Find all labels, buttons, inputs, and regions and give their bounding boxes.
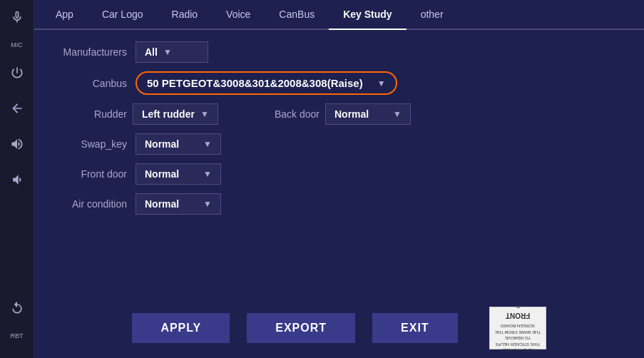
canbus-row: Canbus 50 PETGEOT&3008&301&2008&308(Rais… [48, 71, 630, 95]
main-content: App Car Logo Radio Voice CanBus Key Stud… [34, 0, 644, 358]
canbus-dropdown-arrow: ▼ [377, 78, 386, 88]
rudder-label: Rudder [48, 108, 127, 120]
swap-key-label: Swap_key [48, 138, 127, 150]
exit-button[interactable]: EXIT [372, 313, 458, 343]
volume-down-icon[interactable] [6, 168, 29, 191]
front-door-value: Normal [145, 168, 179, 180]
tab-radio[interactable]: Radio [158, 0, 213, 30]
back-icon[interactable] [6, 97, 29, 120]
swap-key-value: Normal [145, 138, 179, 150]
front-door-arrow: ▼ [203, 169, 212, 179]
air-condition-row: Air condition Normal ▼ [48, 193, 630, 215]
rudder-arrow: ▼ [200, 109, 209, 119]
canbus-value: 50 PETGEOT&3008&301&2008&308(Raise) [147, 77, 363, 89]
rudder-dropdown[interactable]: Left rudder ▼ [133, 103, 218, 125]
mic-icon[interactable] [6, 6, 29, 29]
tab-car-logo[interactable]: Car Logo [88, 0, 158, 30]
content-area: Manufacturers All ▼ Canbus 50 PETGEOT&30… [34, 30, 644, 298]
rbt-icon[interactable] [6, 297, 29, 319]
swap-key-dropdown[interactable]: Normal ▼ [136, 133, 221, 155]
canbus-dropdown[interactable]: 50 PETGEOT&3008&301&2008&308(Raise) [147, 77, 363, 89]
rbt-label: RBT [11, 332, 24, 339]
tab-other[interactable]: other [407, 0, 458, 30]
air-condition-value: Normal [145, 198, 179, 210]
air-condition-dropdown[interactable]: Normal ▼ [136, 193, 221, 215]
tab-voice[interactable]: Voice [212, 0, 265, 30]
canbus-highlight: 50 PETGEOT&3008&301&2008&308(Raise) ▼ [136, 71, 397, 95]
sticker-line3: THE MARK FROM THE SCREEN BOARD [493, 324, 543, 336]
back-door-group: Back door Normal ▼ [241, 103, 411, 125]
rudder-value: Left rudder [142, 108, 195, 120]
tab-canbus[interactable]: CanBus [265, 0, 329, 30]
manufacturers-value: All [145, 46, 158, 58]
back-door-label: Back door [241, 108, 320, 120]
front-door-label: Front door [48, 168, 127, 180]
back-door-arrow: ▼ [393, 109, 402, 119]
manufacturers-arrow: ▼ [163, 47, 172, 57]
sticker-line1: READ THE HELP [493, 347, 543, 353]
manufacturers-dropdown[interactable]: All ▼ [136, 41, 208, 63]
rudder-group: Rudder Left rudder ▼ [48, 103, 218, 125]
back-door-value: Normal [334, 108, 369, 120]
front-door-dropdown[interactable]: Normal ▼ [136, 163, 221, 185]
tab-key-study[interactable]: Key Study [329, 0, 406, 30]
canbus-label: Canbus [48, 78, 127, 89]
manufacturers-label: Manufacturers [48, 46, 127, 58]
swap-key-arrow: ▼ [203, 139, 212, 149]
air-condition-label: Air condition [48, 198, 127, 210]
export-button[interactable]: EXPORT [247, 313, 355, 343]
manufacturers-row: Manufacturers All ▼ [48, 41, 630, 63]
rudder-backdoor-row: Rudder Left rudder ▼ Back door Normal ▼ [48, 103, 630, 125]
front-sticker: READ THE HELP THIS STICKER HELPS TO REMO… [489, 307, 546, 349]
bottom-bar: APPLY EXPORT EXIT READ THE HELP THIS STI… [34, 298, 644, 358]
air-condition-arrow: ▼ [203, 199, 212, 209]
back-door-dropdown[interactable]: Normal ▼ [325, 103, 411, 125]
sticker-line2: THIS STICKER HELPS TO REMOVE [493, 335, 543, 347]
tab-app[interactable]: App [41, 0, 88, 30]
navigation-tabs: App Car Logo Radio Voice CanBus Key Stud… [34, 0, 644, 30]
swap-key-row: Swap_key Normal ▼ [48, 133, 630, 155]
power-icon[interactable] [6, 61, 29, 84]
sidebar: MIC RBT [0, 0, 34, 358]
volume-up-icon[interactable] [6, 133, 29, 155]
apply-button[interactable]: APPLY [132, 313, 230, 343]
mic-label: MIC [11, 41, 23, 48]
front-door-row: Front door Normal ▼ [48, 163, 630, 185]
